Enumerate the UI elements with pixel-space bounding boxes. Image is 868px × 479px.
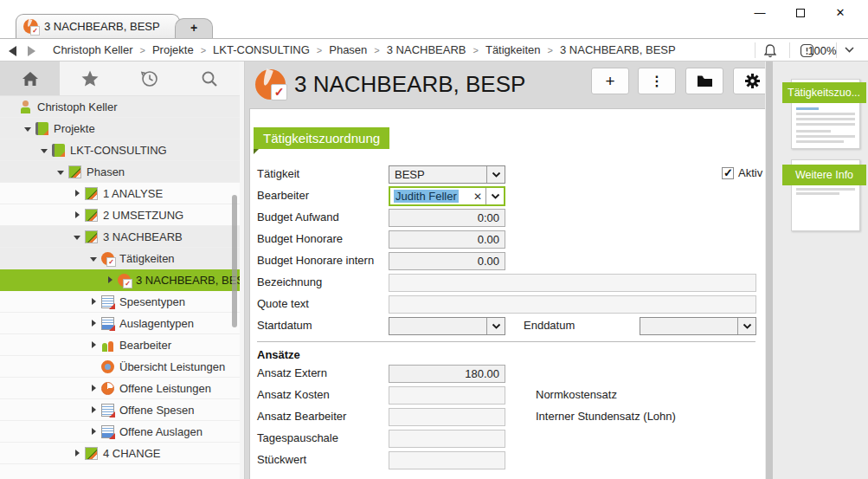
field-label: Quote text [257, 297, 309, 310]
minimize-button[interactable]: — [747, 3, 773, 23]
activity-icon [118, 274, 131, 287]
value-field[interactable]: 0.00 [389, 230, 505, 249]
tree-item[interactable]: Projekte [0, 118, 240, 139]
breadcrumb-item[interactable]: 3 NACHBEARB, BESP [556, 43, 680, 56]
tree-item[interactable]: 4 CHANGE [0, 443, 240, 464]
forward-button[interactable] [28, 46, 35, 56]
tree-item[interactable]: 2 UMSETZUNG [0, 204, 240, 226]
tree-item[interactable]: 1 ANALYSE [0, 183, 240, 204]
expander-icon[interactable] [87, 295, 100, 308]
form-row: Budget Aufwand0:00 [257, 206, 755, 228]
section-heading: Ansätze [257, 346, 755, 362]
expander-icon[interactable] [71, 187, 84, 200]
breadcrumb-item[interactable]: Phasen [325, 43, 371, 56]
add-button[interactable]: + [591, 68, 629, 94]
chevron-down-icon[interactable] [486, 166, 505, 183]
breadcrumb-item[interactable]: Christoph Keller [48, 43, 138, 56]
folder-button[interactable] [685, 68, 723, 94]
notifications-button[interactable] [763, 43, 782, 59]
sidebar-tab-search[interactable] [180, 61, 240, 95]
value-field[interactable] [389, 430, 505, 448]
value-field[interactable] [389, 451, 505, 469]
date-dropdown[interactable] [640, 317, 756, 335]
sidebar-tab-home[interactable] [0, 61, 60, 95]
sidebar-scrollbar[interactable] [232, 195, 237, 327]
document-tab[interactable]: 3 NACHBEARB, BESP [16, 14, 180, 38]
value-field[interactable] [389, 408, 505, 426]
tree-item[interactable]: Offene Auslagen [0, 421, 240, 443]
tree-item[interactable]: LKT-CONSULTING [0, 139, 240, 161]
tree-item[interactable]: Phasen [0, 161, 240, 183]
breadcrumb-separator: > [471, 45, 481, 55]
expander-icon[interactable] [87, 339, 100, 352]
divider [789, 42, 790, 58]
expander-icon[interactable] [38, 144, 51, 157]
clear-icon[interactable]: ✕ [470, 191, 485, 203]
scrollbar-thumb[interactable] [766, 61, 773, 479]
maximize-button[interactable] [788, 3, 813, 23]
thumbnail-label[interactable]: Weitere Info [782, 165, 866, 185]
tree-item[interactable]: Übersicht Leistungen [0, 356, 240, 378]
back-button[interactable] [9, 46, 16, 56]
tree-item[interactable]: Tätigkeiten [0, 248, 240, 269]
form-row: StartdatumEnddatum [257, 314, 755, 336]
tree-item-label: Christoph Keller [37, 100, 118, 113]
chevron-down-icon[interactable] [485, 188, 504, 204]
field-note: Interner Stundensatz (Lohn) [536, 410, 676, 423]
value-field[interactable]: 0:00 [389, 209, 505, 227]
folder-icon [697, 74, 713, 87]
sidebar-tab-strip [0, 61, 240, 96]
field-label: Enddatum [524, 319, 575, 332]
tree-item[interactable]: Offene Leistungen [0, 378, 240, 399]
expander-icon[interactable] [87, 404, 100, 417]
text-input[interactable] [389, 274, 756, 292]
tree-item[interactable]: Offene Spesen [0, 399, 240, 421]
more-options-button[interactable]: ⋮ [638, 68, 676, 94]
new-tab-button[interactable]: + [175, 18, 213, 38]
tree-item-label: Offene Leistungen [119, 382, 211, 395]
tree-item[interactable]: Christoph Keller [0, 96, 240, 118]
breadcrumb-item[interactable]: LKT-CONSULTING [209, 43, 314, 56]
close-button[interactable]: ✕ [827, 3, 853, 23]
expander-icon[interactable] [22, 122, 35, 135]
tree-item[interactable]: Auslagentypen [0, 313, 240, 334]
bearbeiter-dropdown[interactable]: Judith Feller✕ [389, 186, 505, 206]
value-field[interactable] [389, 386, 505, 405]
aktiv-checkbox[interactable] [722, 167, 734, 179]
value-field[interactable]: 0.00 [389, 252, 505, 270]
expander-icon[interactable] [71, 447, 84, 460]
date-dropdown[interactable] [389, 317, 505, 335]
chevron-down-icon[interactable] [486, 318, 505, 334]
breadcrumb-item[interactable]: Tätigkeiten [481, 43, 545, 56]
form-row: Stückwert [257, 449, 755, 470]
tätigkeit-dropdown[interactable]: BESP [389, 165, 505, 184]
expander-icon[interactable] [71, 230, 84, 243]
book-icon [52, 144, 65, 157]
activity-icon [23, 19, 38, 34]
sidebar-tab-favorites[interactable] [60, 61, 119, 95]
value-field[interactable]: 180.00 [389, 365, 505, 383]
main-scrollbar[interactable] [765, 61, 774, 479]
tree-item[interactable]: 3 NACHBEARB [0, 226, 240, 248]
breadcrumb-separator: > [198, 45, 209, 55]
tree-item[interactable]: Spesentypen [0, 291, 240, 313]
expander-icon[interactable] [87, 382, 100, 395]
expander-icon[interactable] [55, 165, 68, 178]
expander-icon[interactable] [87, 425, 100, 438]
sidebar-tab-history[interactable] [120, 61, 180, 95]
breadcrumb-separator: > [314, 45, 325, 55]
breadcrumb-item[interactable]: Projekte [148, 43, 198, 56]
expander-icon[interactable] [71, 209, 84, 222]
expander-icon[interactable] [87, 317, 100, 330]
zoom-dropdown-button[interactable] [844, 46, 855, 54]
breadcrumb-item[interactable]: 3 NACHBEARB [383, 43, 471, 56]
chevron-down-icon[interactable] [737, 318, 755, 334]
expander-icon[interactable] [104, 274, 117, 287]
expander-icon[interactable] [87, 252, 100, 265]
checkbox-group: Aktiv [722, 166, 762, 179]
text-input[interactable] [389, 295, 756, 314]
thumbnail-label[interactable]: Tätigkeitszuo... [782, 82, 866, 103]
tree-item[interactable]: Bearbeiter [0, 334, 240, 356]
tree-item[interactable]: 3 NACHBEARB, BESP [0, 269, 240, 291]
home-icon [21, 70, 40, 87]
